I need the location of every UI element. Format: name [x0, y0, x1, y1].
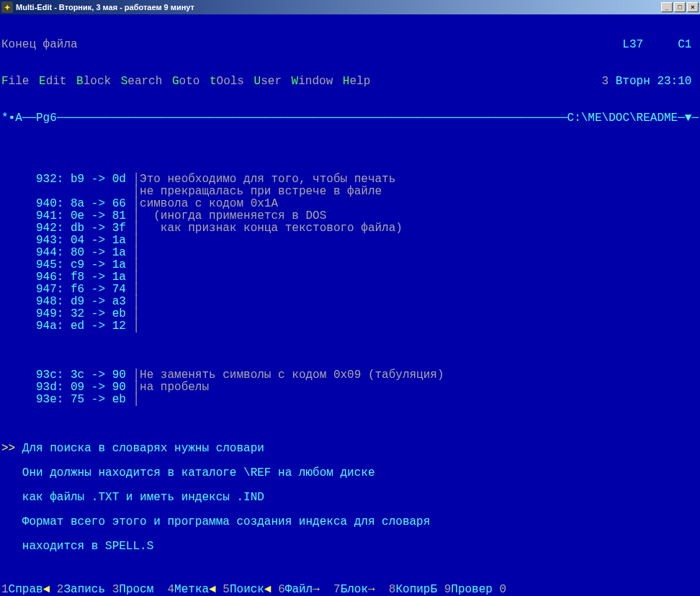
hex-row: 945: c9 -> 1a │ — [1, 259, 699, 271]
editor-content[interactable]: 932: b9 -> 0d │Это необходимо для того, … — [0, 161, 700, 596]
clock: 3 Вторн 23:10 — [602, 76, 699, 88]
fkey-7[interactable]: 7Блок→ — [333, 584, 389, 596]
scroll-indicator: ─▼─ — [678, 112, 699, 125]
hex-row: 93d: 09 -> 90 │на пробелы — [1, 381, 699, 394]
minimize-button[interactable]: _ — [661, 2, 673, 12]
hex-row: 941: 0e -> 81 │ (иногда применяется в DO… — [1, 210, 699, 222]
status-line: Конец файлаL37 C1 — [0, 39, 700, 51]
hex-row: 942: db -> 3f │ как признак конца тексто… — [1, 222, 699, 235]
fkey-1[interactable]: 1Справ◄ — [1, 584, 57, 596]
col-indicator: C1 — [678, 38, 691, 51]
fkey-0[interactable]: 0 — [500, 584, 555, 596]
title-text: Multi-Edit - Вторник, 3 мая - работаем 9… — [16, 3, 194, 12]
menu-item-edit[interactable]: Edit — [39, 75, 66, 88]
hex-row: 946: f8 -> 1a │ — [1, 271, 699, 284]
fkey-3[interactable]: 3Просм — [112, 584, 168, 596]
hex-row: 94a: ed -> 12 │ — [1, 320, 699, 333]
fkey-5[interactable]: 5Поиск◄ — [223, 584, 278, 596]
menu-item-help[interactable]: Help — [343, 75, 370, 88]
fkey-8[interactable]: 8КопирБ — [389, 584, 444, 596]
close-button[interactable]: × — [687, 2, 699, 12]
menu-item-block[interactable]: Block — [76, 75, 111, 88]
hex-row: 93e: 75 -> eb │ — [1, 394, 699, 406]
page-indicator: *▪A──Pg6 — [1, 112, 57, 125]
menu-item-user[interactable]: User — [254, 75, 282, 88]
section-marker: >> — [1, 442, 15, 455]
fkey-2[interactable]: 2Запись — [57, 584, 112, 596]
hex-row: 944: 80 -> 1a │ — [1, 247, 699, 259]
editor-screen: Конец файлаL37 C1 File Edit Block Search… — [0, 14, 700, 596]
hex-row: 948: d9 -> a3 │ — [1, 296, 699, 308]
hex-row: 932: b9 -> 0d │Это необходимо для того, … — [1, 173, 699, 186]
maximize-button[interactable]: □ — [674, 2, 686, 12]
filepath-line: *▪A──Pg6────────────────────────────────… — [0, 112, 700, 125]
hex-row: 947: f6 -> 74 │ — [1, 284, 699, 296]
menu-bar[interactable]: File Edit Block Search Goto tOols User W… — [0, 76, 700, 88]
hex-row: │не прекращалась при встрече в файле — [1, 186, 699, 198]
hex-row: 949: 32 -> eb │ — [1, 308, 699, 320]
hex-row: 93c: 3c -> 90 │Не заменять символы с код… — [1, 369, 699, 381]
fkey-6[interactable]: 6Файл→ — [278, 584, 333, 596]
file-path: C:\ME\DOC\README — [567, 112, 678, 125]
line-indicator: L37 — [622, 38, 643, 51]
hex-row: 940: 8a -> 66 │символа с кодом 0x1A — [1, 198, 699, 210]
menu-item-goto[interactable]: Goto — [172, 75, 199, 88]
menu-item-file[interactable]: File — [1, 75, 29, 88]
hex-row: 943: 04 -> 1a │ — [1, 235, 699, 247]
fkey-4[interactable]: 4Метка◄ — [168, 584, 223, 596]
menu-item-window[interactable]: Window — [292, 75, 333, 88]
function-key-bar[interactable]: 1Справ◄ 2Запись 3Просм 4Метка◄ 5Поиск◄ 6… — [0, 584, 700, 596]
menu-item-search[interactable]: Search — [121, 75, 163, 88]
fkey-9[interactable]: 9Провер — [444, 584, 500, 596]
menu-item-tOols[interactable]: tOols — [210, 75, 244, 88]
status-text: Конец файла — [1, 39, 78, 51]
titlebar[interactable]: ✦ Multi-Edit - Вторник, 3 мая - работаем… — [0, 0, 700, 14]
app-window: ✦ Multi-Edit - Вторник, 3 мая - работаем… — [0, 0, 700, 596]
app-icon: ✦ — [1, 1, 13, 13]
